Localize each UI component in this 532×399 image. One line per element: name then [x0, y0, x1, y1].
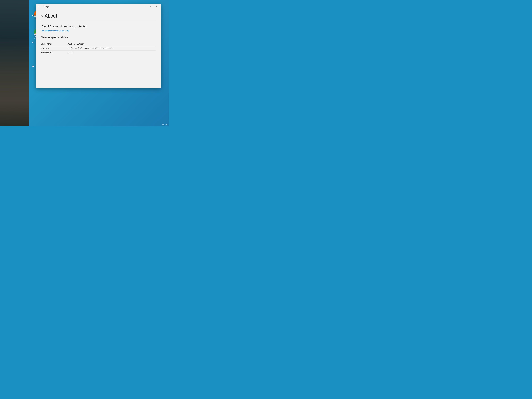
- watermark: SALVEX: [162, 124, 168, 125]
- shortcut-arrow-chrome: ↗: [34, 33, 36, 35]
- title-bar: ← Settings — □ ✕: [36, 4, 161, 9]
- spec-label-ram: Installed RAM: [41, 52, 67, 52]
- page-header: ⌂ About: [41, 13, 156, 21]
- shortcut-arrow-firefox: ↗: [34, 15, 36, 17]
- close-button[interactable]: ✕: [154, 5, 160, 9]
- status-text: Your PC is monitored and protected.: [41, 25, 156, 28]
- left-label-m: M: [32, 41, 33, 43]
- desktop: Re M VL ↗ Firefox ↗ Google Chrome ← Set: [0, 0, 169, 126]
- title-bar-left: ← Settings: [37, 5, 49, 9]
- spec-value-processor: Intel(R) Core(TM) i5-6300U CPU @ 2.40GHz…: [67, 47, 156, 49]
- spec-row-ram: Installed RAM 8.00 GB: [41, 51, 156, 53]
- left-panel: [0, 0, 29, 126]
- minimize-button[interactable]: —: [141, 5, 147, 9]
- security-link[interactable]: See details in Windows Security: [41, 30, 69, 32]
- back-button[interactable]: ←: [37, 5, 41, 9]
- spec-value-device-name: DESKTOP-26A9125: [67, 43, 156, 45]
- left-label-vl: VL: [32, 65, 34, 67]
- page-title: About: [45, 13, 57, 19]
- spec-label-processor: Processor: [41, 47, 67, 49]
- spec-label-device-name: Device name: [41, 43, 67, 45]
- settings-window: ← Settings — □ ✕ ⌂ About Your PC is moni…: [36, 4, 161, 88]
- spec-value-ram: 8.00 GB: [67, 52, 156, 52]
- title-bar-controls: — □ ✕: [141, 5, 160, 9]
- home-icon: ⌂: [41, 14, 43, 18]
- specs-title: Device specifications: [41, 36, 156, 39]
- content-area: ⌂ About Your PC is monitored and protect…: [36, 9, 161, 88]
- spec-row-device-name: Device name DESKTOP-26A9125: [41, 42, 156, 46]
- maximize-button[interactable]: □: [147, 5, 154, 9]
- window-title: Settings: [42, 6, 49, 8]
- status-section: Your PC is monitored and protected. See …: [41, 25, 156, 32]
- specs-section: Device specifications Device name DESKTO…: [41, 36, 156, 53]
- spec-row-processor: Processor Intel(R) Core(TM) i5-6300U CPU…: [41, 46, 156, 51]
